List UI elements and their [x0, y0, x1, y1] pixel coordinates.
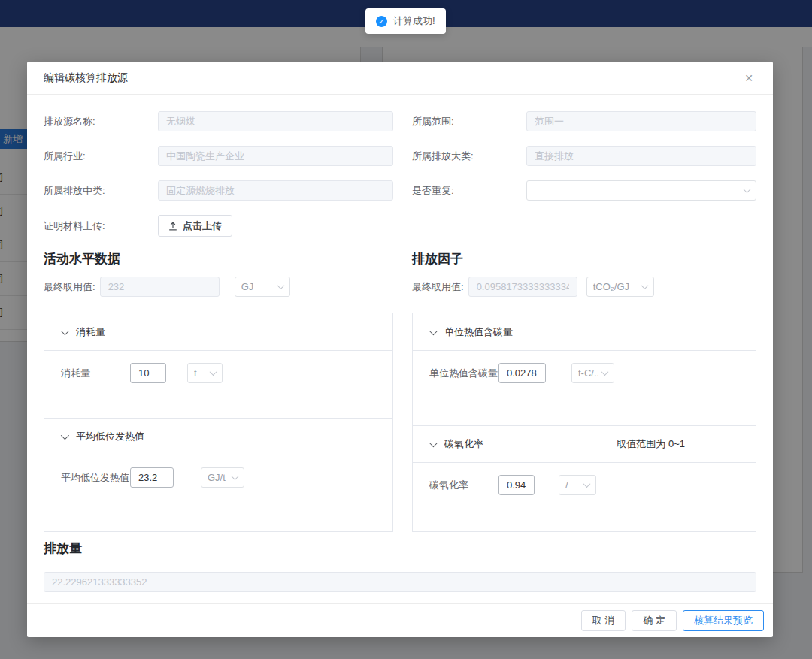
success-toast: 计算成功! — [365, 8, 446, 34]
factor-final-input — [468, 277, 577, 297]
screen: 新增 司 司 司 司 司 计算成功! 编辑碳核算排放源 排放源名称: — [0, 0, 812, 659]
field-scope: 所属范围: — [412, 111, 756, 131]
source-name-input — [158, 111, 393, 131]
activity-section-title: 活动水平数据 — [44, 250, 393, 268]
field-major-category: 所属排放大类: — [412, 146, 756, 166]
activity-final-input — [100, 277, 220, 297]
oxidation-rate-panel-header[interactable]: 碳氧化率 取值范围为 0~1 — [413, 425, 756, 463]
dialog-header: 编辑碳核算排放源 — [27, 62, 773, 95]
scope-label: 所属范围: — [412, 115, 526, 128]
emission-amount-input — [44, 572, 756, 592]
mid-category-label: 所属排放中类: — [44, 184, 158, 198]
major-category-input — [526, 146, 756, 166]
oxidation-rate-unit-select: / — [559, 475, 596, 495]
chevron-down-icon — [601, 368, 609, 376]
heating-value-panel-header[interactable]: 平均低位发热值 — [44, 418, 392, 455]
chevron-down-icon — [583, 480, 591, 488]
field-mid-category: 所属排放中类: — [44, 180, 393, 201]
carbon-content-input[interactable] — [498, 363, 546, 383]
cancel-button[interactable]: 取 消 — [581, 610, 626, 631]
confirm-button[interactable]: 确 定 — [632, 610, 677, 631]
activity-section: 活动水平数据 最终取用值: GJ 消耗量 — [44, 247, 393, 532]
activity-final-unit-select: GJ — [235, 277, 290, 297]
upload-button[interactable]: 点击上传 — [158, 215, 232, 237]
consumption-input[interactable] — [130, 363, 166, 383]
check-circle-icon — [376, 16, 387, 27]
upload-label: 证明材料上传: — [44, 219, 158, 233]
activity-panels: 消耗量 消耗量 t 平均低位发热值 — [44, 313, 393, 532]
upload-icon — [168, 222, 177, 231]
industry-input — [158, 146, 393, 166]
emission-section-title: 排放量 — [44, 540, 756, 557]
consumption-label: 消耗量 — [61, 363, 130, 380]
scope-input — [526, 111, 756, 131]
toast-message: 计算成功! — [393, 14, 435, 28]
heating-value-input[interactable] — [130, 467, 174, 488]
close-icon[interactable] — [741, 71, 756, 86]
activity-final-label: 最终取用值: — [44, 280, 95, 294]
consumption-unit-select: t — [187, 363, 223, 383]
chevron-down-icon — [277, 282, 284, 289]
oxidation-rate-label: 碳氧化率 — [429, 475, 498, 492]
oxidation-rate-range-note: 取值范围为 0~1 — [617, 437, 685, 451]
factor-final-row: 最终取用值: tCO₂/GJ — [412, 277, 756, 297]
chevron-down-icon — [61, 326, 69, 334]
dialog-footer: 取 消 确 定 核算结果预览 — [27, 603, 773, 637]
factor-section: 排放因子 最终取用值: tCO₂/GJ 单位热值含碳量 — [412, 247, 756, 532]
dialog-body: 排放源名称: 所属范围: 所属行业: 所属排放大类: 所属排放中类: — [27, 95, 773, 603]
source-name-label: 排放源名称: — [44, 115, 158, 128]
factor-panels: 单位热值含碳量 单位热值含碳量 t-C/... 碳氧化 — [412, 313, 756, 532]
result-preview-button[interactable]: 核算结果预览 — [683, 610, 764, 631]
chevron-down-icon — [429, 326, 438, 334]
heating-value-panel-content: 平均低位发热值 GJ/t — [44, 455, 392, 531]
consumption-panel-header[interactable]: 消耗量 — [44, 313, 392, 351]
duplicate-label: 是否重复: — [412, 184, 526, 198]
edit-emission-source-dialog: 编辑碳核算排放源 排放源名称: 所属范围: 所属行业: 所属排放大类: — [27, 62, 773, 637]
carbon-content-unit-select: t-C/... — [571, 363, 614, 383]
factor-final-label: 最终取用值: — [412, 280, 464, 294]
consumption-panel-content: 消耗量 t — [44, 351, 392, 419]
major-category-label: 所属排放大类: — [412, 150, 526, 163]
carbon-content-panel-header[interactable]: 单位热值含碳量 — [413, 313, 756, 351]
mid-category-input — [158, 180, 393, 201]
chevron-down-icon — [210, 368, 217, 376]
factor-section-title: 排放因子 — [412, 250, 756, 268]
field-industry: 所属行业: — [44, 146, 393, 166]
data-sections: 活动水平数据 最终取用值: GJ 消耗量 — [44, 247, 756, 532]
field-duplicate: 是否重复: — [412, 180, 756, 201]
chevron-down-icon — [744, 186, 751, 193]
field-source-name: 排放源名称: — [44, 111, 393, 131]
carbon-content-panel-content: 单位热值含碳量 t-C/... — [413, 351, 756, 426]
field-upload: 证明材料上传: 点击上传 — [44, 215, 393, 237]
heating-value-unit-select: GJ/t — [201, 467, 244, 488]
oxidation-rate-panel-content: 碳氧化率 / — [413, 463, 756, 531]
chevron-down-icon — [61, 431, 69, 440]
heating-value-label: 平均低位发热值 — [61, 467, 130, 485]
carbon-content-label: 单位热值含碳量 — [429, 363, 498, 380]
oxidation-rate-input[interactable] — [498, 475, 535, 495]
duplicate-select[interactable] — [526, 180, 756, 201]
dialog-title: 编辑碳核算排放源 — [44, 71, 128, 85]
chevron-down-icon — [641, 282, 648, 289]
activity-final-row: 最终取用值: GJ — [44, 277, 393, 297]
chevron-down-icon — [429, 439, 438, 447]
industry-label: 所属行业: — [44, 150, 158, 163]
basic-info-form: 排放源名称: 所属范围: 所属行业: 所属排放大类: 所属排放中类: — [44, 111, 756, 237]
chevron-down-icon — [232, 473, 239, 480]
factor-final-unit-select: tCO₂/GJ — [586, 277, 654, 297]
